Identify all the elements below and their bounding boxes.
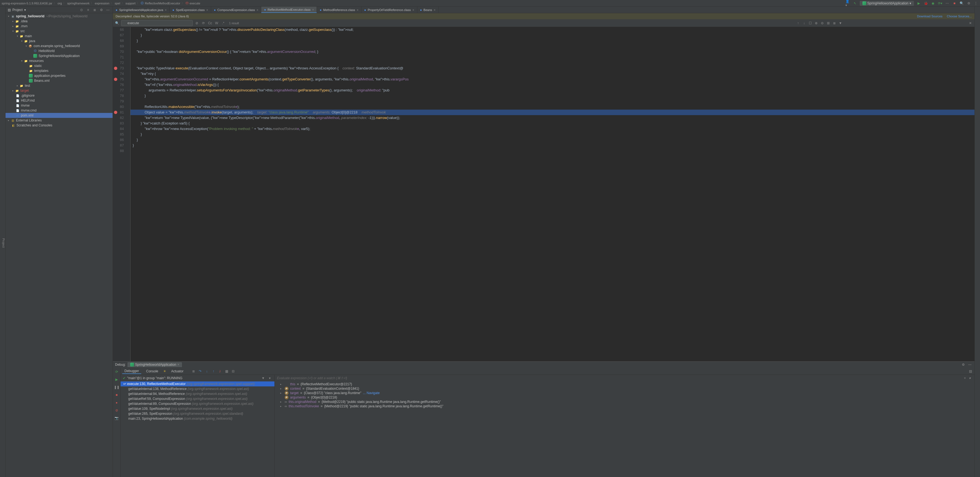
editor-tab[interactable]: ●SpringHelloworldApplication.java× — [113, 6, 170, 13]
collapse-all-icon[interactable]: ≣ — [92, 8, 97, 13]
stack-frame[interactable]: ↩execute:130, ReflectiveMethodExecutor (… — [121, 381, 274, 386]
code-line[interactable]: } — [130, 38, 975, 43]
editor-tab[interactable]: ●MethodReference.class× — [317, 6, 361, 13]
expand-all-icon[interactable]: ≡ — [86, 8, 91, 13]
add-selection-icon[interactable]: ⊕ — [814, 21, 819, 26]
filter-frames-icon[interactable]: ▼ — [261, 376, 266, 381]
close-tab-icon[interactable]: × — [357, 8, 358, 11]
remove-selection-icon[interactable]: ⊖ — [820, 21, 825, 26]
find-input[interactable] — [121, 20, 193, 26]
stack-frame[interactable]: getValue:265, SpelExpression (org.spring… — [121, 411, 274, 416]
tree-beans[interactable]: Beans.xml — [5, 78, 113, 83]
debug-button[interactable]: 🐞 — [923, 1, 928, 6]
show-exec-icon[interactable]: ≣ — [191, 369, 196, 374]
project-selector-icon[interactable]: ▤ — [8, 8, 11, 12]
code-line[interactable]: "kw">try { — [130, 71, 975, 77]
variable-item[interactable]: Parguments = {Object[0]@2218} — [275, 395, 975, 400]
tree-hello[interactable]: ⒸHelloWorld — [5, 48, 113, 53]
editor-tab[interactable]: ●Beans× — [417, 6, 439, 13]
filter-icon[interactable]: ▼ — [838, 21, 843, 26]
tree-pom[interactable]: mpom.xml — [5, 113, 113, 118]
code-editor[interactable]: 6667686970717273747576777879808182838485… — [113, 27, 975, 361]
users-icon[interactable]: 👤▾ — [845, 1, 850, 6]
variable-item[interactable]: ▸Ptarget = {Class@372} "class java.lang.… — [275, 391, 975, 395]
camera-icon[interactable]: 📷 — [114, 416, 119, 421]
crumb-method[interactable]: execute — [190, 2, 200, 5]
match-case-icon[interactable]: Cc — [208, 21, 213, 26]
rerun-icon[interactable]: ⟳ — [114, 369, 119, 374]
stop-debug-icon[interactable]: ■ — [114, 392, 119, 397]
code-line[interactable]: } "kw">catch (Exception var5) { — [130, 121, 975, 126]
variable-item[interactable]: ▸this = {ReflectiveMethodExecutor@2217} — [275, 382, 975, 386]
close-debug-tab-icon[interactable]: × — [177, 363, 179, 367]
tab-debugger[interactable]: Debugger — [122, 369, 141, 374]
variable-item[interactable]: ▸Pcontext = {StandardEvaluationContext@1… — [275, 386, 975, 391]
variables-list[interactable]: ▸this = {ReflectiveMethodExecutor@2217}▸… — [275, 381, 975, 477]
code-line[interactable]: } — [130, 132, 975, 137]
eval-expr-icon[interactable]: ⊟ — [231, 369, 235, 374]
close-tab-icon[interactable]: × — [312, 8, 314, 11]
code-line[interactable]: } — [130, 143, 975, 148]
download-sources-link[interactable]: Download Sources — [917, 14, 942, 18]
code-line[interactable]: } — [130, 93, 975, 99]
frames-menu-icon[interactable]: ▾ — [267, 376, 272, 381]
code-line[interactable] — [130, 60, 975, 65]
code-line[interactable]: arguments = ReflectionHelper.setupArgume… — [130, 88, 975, 93]
tree-pkg[interactable]: ▾📦com.example.spring_helloworld — [5, 43, 113, 48]
code-line[interactable]: "kw">if ("kw">this.originalMethod.isVarA… — [130, 82, 975, 88]
tab-actuator[interactable]: Actuator — [169, 369, 186, 374]
eval-expression-input[interactable]: Evaluate expression (⏎) or add a watch (… — [275, 375, 975, 381]
mute-bp-icon[interactable]: ⊘ — [114, 408, 119, 413]
tree-scratches[interactable]: ◧Scratches and Consoles — [5, 123, 113, 128]
tree-mvnw[interactable]: 📄mvnw — [5, 103, 113, 108]
tree-target[interactable]: ▸📁target — [5, 88, 113, 93]
panel-settings-icon[interactable]: ⚙ — [99, 8, 104, 13]
stack-frame[interactable]: getValueInternal:89, CompoundExpression … — [121, 401, 274, 406]
project-tree[interactable]: ▾▣spring_helloworld~/Projects/spring_hel… — [5, 13, 113, 477]
tree-test[interactable]: ▸📁test — [5, 83, 113, 88]
tab-console[interactable]: Console — [144, 369, 161, 374]
close-tab-icon[interactable]: × — [434, 8, 436, 11]
crumb-class[interactable]: ReflectiveMethodExecutor — [145, 2, 180, 5]
tree-static[interactable]: 📁static — [5, 63, 113, 68]
frames-list[interactable]: ↩execute:130, ReflectiveMethodExecutor (… — [121, 381, 274, 477]
code-line[interactable] — [130, 43, 975, 49]
tree-gitignore[interactable]: 📄.gitignore — [5, 93, 113, 98]
code-line[interactable]: } — [130, 32, 975, 38]
breakpoints-icon[interactable]: ● — [114, 400, 119, 405]
crumb-spel[interactable]: spel — [115, 2, 120, 5]
tree-mvnwcmd[interactable]: 📄mvnw.cmd — [5, 108, 113, 113]
stack-frame[interactable]: getValueRef:59, CompoundExpression (org.… — [121, 396, 274, 401]
step-out-icon[interactable]: ↑ — [211, 369, 216, 374]
step-into-icon[interactable]: ↓ — [204, 369, 209, 374]
stop-button[interactable]: ■ — [952, 1, 957, 6]
editor-tab[interactable]: ●SpelExpression.class× — [170, 6, 211, 13]
run-config-selector[interactable]: SpringHelloworldApplication ▾ — [860, 1, 914, 6]
watch-menu-icon[interactable]: ▾ — [967, 376, 972, 381]
resume-icon[interactable]: ▶ — [114, 377, 119, 382]
variable-item[interactable]: ▸∞this.methodToInvoke = {Method@2219} "p… — [275, 404, 975, 408]
code-line[interactable] — [130, 148, 975, 154]
force-step-icon[interactable]: ⤸ — [218, 369, 223, 374]
words-icon[interactable]: W — [214, 21, 219, 26]
tree-resources[interactable]: ▾📁resources — [5, 58, 113, 63]
select-all-icon[interactable]: ☐ — [808, 21, 813, 26]
stack-frame[interactable]: main:23, SpringHelloworldApplication (co… — [121, 416, 274, 421]
tree-main[interactable]: ▾📁main — [5, 34, 113, 38]
tree-java[interactable]: ▾📁java — [5, 38, 113, 43]
add-watch-icon[interactable]: + — [963, 376, 967, 381]
crumb-sf[interactable]: springframework — [67, 2, 89, 5]
choose-sources-link[interactable]: Choose Sources... — [947, 14, 972, 18]
code-line[interactable]: ReflectionUtils.makeAccessible("kw">this… — [130, 104, 975, 110]
coverage-button[interactable]: ◉ — [931, 1, 935, 6]
settings-icon[interactable]: ⚙ — [966, 1, 971, 6]
stack-frame[interactable]: getValue:109, SpelNodeImpl (org.springfr… — [121, 406, 274, 411]
toggle-icon[interactable]: ⊞ — [826, 21, 831, 26]
clear-search-icon[interactable]: ⊘ — [194, 21, 199, 26]
editor-tab[interactable]: ●CompoundExpression.class× — [211, 6, 261, 13]
debug-settings-icon[interactable]: ⚙ — [961, 362, 966, 367]
code-line[interactable]: "kw">public TypedValue execute(Evaluatio… — [130, 65, 975, 71]
stack-frame[interactable]: getValueInternal:138, MethodReference (o… — [121, 386, 274, 391]
editor-tab[interactable]: ●ReflectiveMethodExecutor.class× — [261, 6, 317, 13]
close-tab-icon[interactable]: × — [207, 8, 208, 11]
